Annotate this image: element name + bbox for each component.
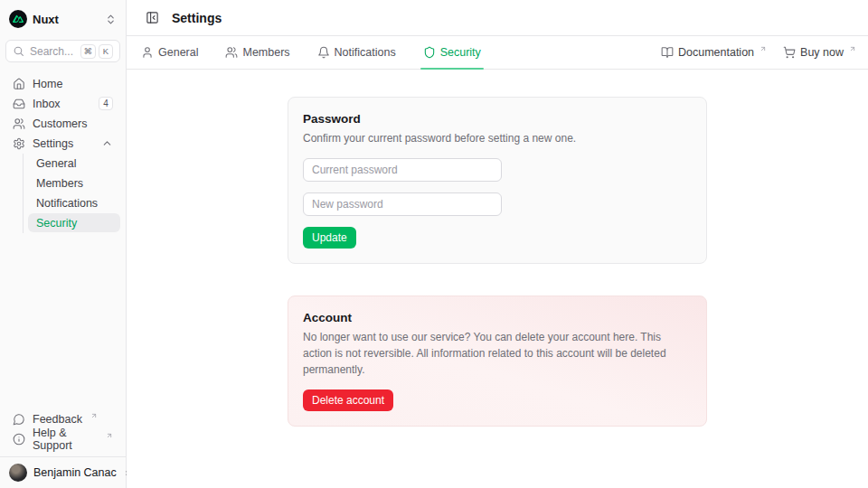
side-link-label: Feedback xyxy=(33,413,82,426)
tabbar-links: Documentation Buy now xyxy=(661,46,856,59)
collapse-sidebar-button[interactable] xyxy=(141,7,163,29)
search-placeholder: Search... xyxy=(30,45,73,58)
page-header: Settings xyxy=(127,0,868,36)
tab-members[interactable]: Members xyxy=(222,36,292,69)
account-card-description: No longer want to use our service? You c… xyxy=(303,329,692,378)
sidebar-item-label: Settings xyxy=(33,137,73,150)
page-title: Settings xyxy=(172,11,222,25)
tab-link-label: Documentation xyxy=(678,46,754,59)
update-button[interactable]: Update xyxy=(303,227,356,249)
sidebar-item-inbox[interactable]: Inbox 4 xyxy=(5,94,120,113)
account-card: Account No longer want to use our servic… xyxy=(288,296,707,427)
help-support-link[interactable]: Help & Support xyxy=(5,429,120,448)
password-card-description: Confirm your current password before set… xyxy=(303,130,692,146)
search-shortcut: ⌘ K xyxy=(80,44,114,59)
tab-label: Security xyxy=(440,46,481,59)
tab-security[interactable]: Security xyxy=(420,36,484,69)
sidebar-spacer xyxy=(5,233,120,409)
search-input[interactable]: Search... ⌘ K xyxy=(5,40,120,62)
inbox-icon xyxy=(13,98,25,110)
sidebar-item-notifications[interactable]: Notifications xyxy=(28,193,120,212)
sidebar-item-customers[interactable]: Customers xyxy=(5,114,120,133)
shopping-cart-icon xyxy=(783,46,796,59)
external-link-icon xyxy=(90,412,98,419)
user-icon xyxy=(141,46,154,59)
workspace-selector[interactable]: Nuxt xyxy=(5,7,120,31)
shield-icon xyxy=(423,46,436,59)
sidebar-item-label: Customers xyxy=(33,117,87,130)
side-link-label: Help & Support xyxy=(33,427,98,452)
tabs: General Members Notifications Security xyxy=(138,36,484,69)
user-name: Benjamin Canac xyxy=(33,466,117,479)
sidebar-footer: Feedback Help & Support xyxy=(5,409,120,453)
avatar xyxy=(9,464,27,482)
sidebar-item-general[interactable]: General xyxy=(28,154,120,173)
content-area: Password Confirm your current password b… xyxy=(127,70,868,488)
external-link-icon xyxy=(106,432,113,439)
tab-link-label: Buy now xyxy=(800,46,844,59)
tab-general[interactable]: General xyxy=(138,36,201,69)
delete-account-button[interactable]: Delete account xyxy=(303,389,393,411)
sidebar-item-label: Home xyxy=(33,78,62,90)
book-open-icon xyxy=(661,46,674,59)
sidebar-item-settings[interactable]: Settings xyxy=(5,134,120,153)
password-card: Password Confirm your current password b… xyxy=(288,97,707,264)
gear-icon xyxy=(13,137,25,150)
sidebar-item-label: Security xyxy=(36,217,77,230)
tab-notifications[interactable]: Notifications xyxy=(315,36,399,69)
sidebar-nav: Home Inbox 4 Customers Settings Genera xyxy=(5,74,120,233)
kbd-cmd: ⌘ xyxy=(80,44,97,59)
workspace-name: Nuxt xyxy=(33,13,59,26)
settings-subnav: General Members Notifications Security xyxy=(23,154,120,233)
chevrons-up-down-icon xyxy=(105,14,117,25)
users-icon xyxy=(13,117,25,130)
sidebar-item-members[interactable]: Members xyxy=(28,174,120,192)
info-circle-icon xyxy=(13,433,25,446)
home-icon xyxy=(13,78,25,90)
external-link-icon xyxy=(760,45,767,52)
sidebar-item-home[interactable]: Home xyxy=(5,74,120,93)
main: Settings General Members Notifications xyxy=(127,0,868,488)
sidebar-item-label: Notifications xyxy=(36,197,98,210)
kbd-k: K xyxy=(99,44,113,59)
password-card-title: Password xyxy=(303,112,692,126)
chevron-up-icon xyxy=(101,137,113,149)
tab-label: Notifications xyxy=(335,46,396,59)
tabbar: General Members Notifications Security xyxy=(127,36,868,70)
new-password-field[interactable] xyxy=(303,192,502,216)
user-menu[interactable]: Benjamin Canac xyxy=(0,456,126,488)
account-card-title: Account xyxy=(303,311,692,324)
users-icon xyxy=(225,46,238,59)
message-bubble-icon xyxy=(13,413,25,426)
bell-icon xyxy=(317,46,330,59)
documentation-link[interactable]: Documentation xyxy=(661,46,767,59)
current-password-field[interactable] xyxy=(303,158,502,182)
sidebar-item-label: General xyxy=(36,157,76,170)
sidebar: Nuxt Search... ⌘ K Home Inbox 4 xyxy=(0,0,127,488)
nuxt-logo-icon xyxy=(9,10,27,28)
external-link-icon xyxy=(849,45,856,52)
sidebar-item-label: Inbox xyxy=(33,98,61,110)
sidebar-item-security[interactable]: Security xyxy=(28,213,120,232)
sidebar-item-label: Members xyxy=(36,177,83,190)
tab-label: General xyxy=(158,46,198,59)
tab-label: Members xyxy=(242,46,289,59)
search-icon xyxy=(13,45,24,57)
buy-now-link[interactable]: Buy now xyxy=(783,46,856,59)
inbox-count-badge: 4 xyxy=(99,97,113,110)
